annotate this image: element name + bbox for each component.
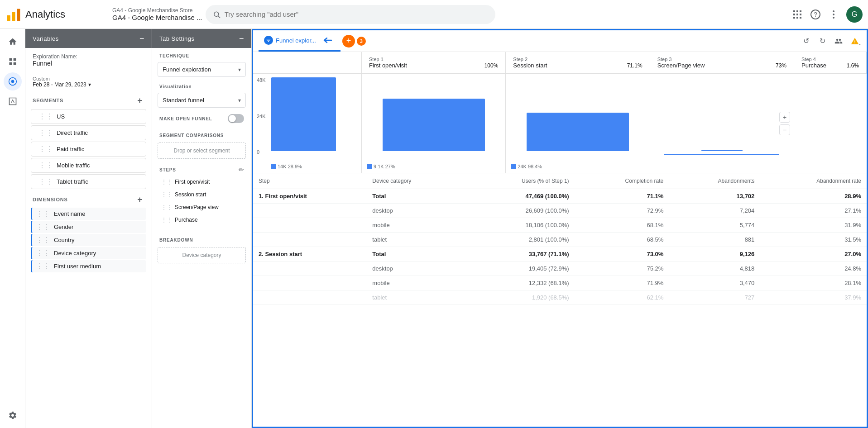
row-device: Total [367,189,462,204]
nav-home-icon[interactable] [4,33,22,51]
row-step: 1. First open/visit [253,189,367,204]
table-col-header: Completion rate [575,173,669,189]
row-step [253,276,367,290]
step-num: Step 3 [657,57,786,62]
svg-rect-7 [800,10,801,12]
segment-item[interactable]: ⋮⋮Paid traffic [31,142,146,157]
dimension-item[interactable]: ⋮⋮Device category [31,247,146,259]
steps-edit-icon[interactable]: ✏ [239,166,244,173]
add-tab-button[interactable]: + [342,35,355,48]
dimension-item[interactable]: ⋮⋮Country [31,234,146,246]
dimension-item[interactable]: ⋮⋮Gender [31,221,146,233]
variables-panel: Variables − Exploration Name: Funnel Cus… [25,29,152,428]
bar-step2 [383,99,485,151]
svg-rect-21 [9,62,12,65]
svg-rect-0 [7,15,10,21]
segment-item[interactable]: ⋮⋮Mobile traffic [31,158,146,173]
funnel-area: Step 1 First open/visit 100% Step 2 Sess… [253,52,867,427]
more-icon[interactable] [828,9,839,20]
visualization-select[interactable]: Standard funnel ▾ [158,93,246,108]
segment-item[interactable]: ⋮⋮Tablet traffic [31,174,146,189]
row-value: 27.1% [760,204,867,218]
row-value: 31.5% [760,233,867,247]
table-area: StepDevice categoryUsers (% of Step 1)Co… [253,173,867,427]
step-item[interactable]: ⋮⋮First open/visit [156,176,248,188]
add-segment-button[interactable]: + [135,96,144,105]
arrow-left-icon [321,36,335,45]
undo-button[interactable]: ↺ [800,35,812,48]
segments-label: SEGMENTS [33,98,63,103]
row-device: tablet [367,233,462,247]
row-step [253,204,367,218]
dimension-item[interactable]: ⋮⋮Event name [31,208,146,220]
row-value: 27.0% [760,247,867,262]
grid-icon[interactable] [792,9,803,20]
svg-rect-9 [796,14,798,15]
topbar-title: Analytics [25,9,65,20]
redo-button[interactable]: ↻ [816,35,829,48]
nav-advertising-icon[interactable] [4,92,22,110]
svg-rect-2 [17,9,20,21]
step-item[interactable]: ⋮⋮Session start [156,189,248,200]
step-name: Screen/Page view [657,62,705,69]
table-col-header: Abandonments [669,173,760,189]
tab-funnel-explore[interactable]: Funnel explor... [259,30,340,52]
search-input[interactable] [225,10,489,18]
dimensions-list: ⋮⋮Event name⋮⋮Gender⋮⋮Country⋮⋮Device ca… [25,207,152,273]
search-bar[interactable] [206,5,495,24]
avatar[interactable]: G [846,6,863,23]
table-row: 2. Session startTotal33,767 (71.1%)73.0%… [253,247,867,262]
zoom-in-button[interactable]: + [779,112,790,123]
breakdown-label: BREAKDOWN [152,232,251,244]
help-icon[interactable]: ? [810,9,821,20]
chart-cell-step2: 9.1K 27% [362,74,506,173]
step-header-4: Step 4 Purchase 1.6% [794,52,867,73]
nav-reports-icon[interactable] [4,52,22,71]
date-value[interactable]: Feb 28 - Mar 29, 2023 ▾ [33,81,144,88]
topbar-logo: Analytics [5,6,105,23]
tab-settings-title: Tab Settings [159,35,195,42]
variables-collapse[interactable]: − [139,34,144,43]
add-dimension-button[interactable]: + [135,195,144,204]
share-users-button[interactable] [832,35,845,48]
row-device: mobile [367,276,462,290]
step-num: Step 1 [369,57,498,62]
row-value: 33,767 (71.1%) [463,247,575,262]
row-device: desktop [367,204,462,218]
nav-explore-icon[interactable] [4,72,22,90]
bar-step1 [271,77,336,151]
row-value: 7,204 [669,204,760,218]
drag-icon: ⋮⋮ [36,236,50,244]
step-item[interactable]: ⋮⋮Purchase [156,214,248,226]
segment-item[interactable]: ⋮⋮Direct traffic [31,125,146,140]
tab-settings-collapse[interactable]: − [239,34,244,43]
steps-header-row: Step 1 First open/visit 100% Step 2 Sess… [253,52,867,74]
step4-line [664,154,779,155]
warning-button[interactable] [849,35,861,48]
exploration-name-value: Funnel [33,60,144,67]
step-pct: 73% [776,62,786,69]
segment-drop-zone[interactable]: Drop or select segment [158,143,246,159]
technique-select[interactable]: Funnel exploration ▾ [158,62,246,77]
y-label-48k: 48K [257,77,271,83]
zoom-out-button[interactable]: − [779,124,790,135]
svg-rect-11 [793,17,795,19]
dimensions-section-header: DIMENSIONS + [25,190,152,207]
row-value: 71.1% [575,189,669,204]
abandon-badge-3 [511,164,516,169]
tab-funnel-label: Funnel explor... [276,37,316,44]
nav-settings-icon[interactable] [4,406,22,424]
step-name: Purchase [801,62,826,69]
step-item[interactable]: ⋮⋮Screen/Page view [156,201,248,213]
row-value: 37.9% [760,290,867,305]
row-value: 73.0% [575,247,669,262]
breakdown-value[interactable]: Device category [158,247,246,263]
table-row: mobile18,106 (100.0%)68.1%5,77431.9% [253,218,867,233]
row-step [253,262,367,276]
segment-item[interactable]: ⋮⋮US [31,109,146,124]
dimension-item[interactable]: ⋮⋮First user medium [31,260,146,272]
open-funnel-toggle[interactable] [228,114,244,123]
steps-label: STEPS [159,167,176,172]
analytics-logo-icon [5,6,22,23]
topbar-property: GA4 - Google Merchandise ... [112,14,202,21]
